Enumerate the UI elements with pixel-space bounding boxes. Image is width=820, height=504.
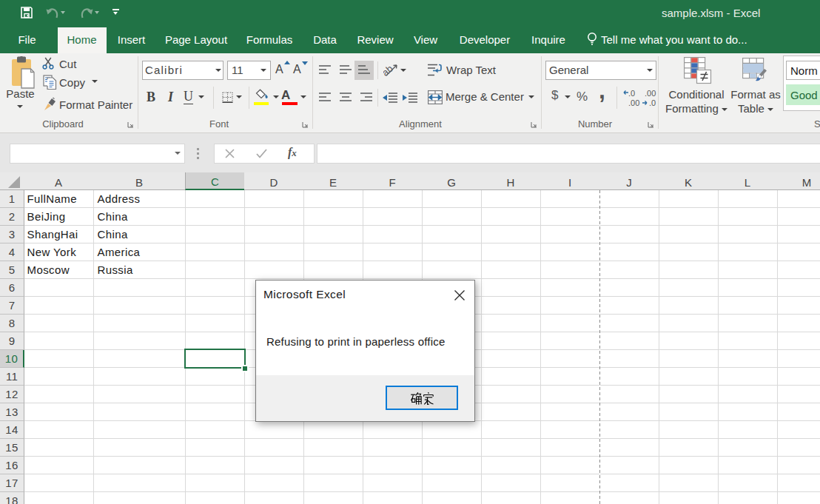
svg-text:ab: ab	[383, 63, 395, 78]
